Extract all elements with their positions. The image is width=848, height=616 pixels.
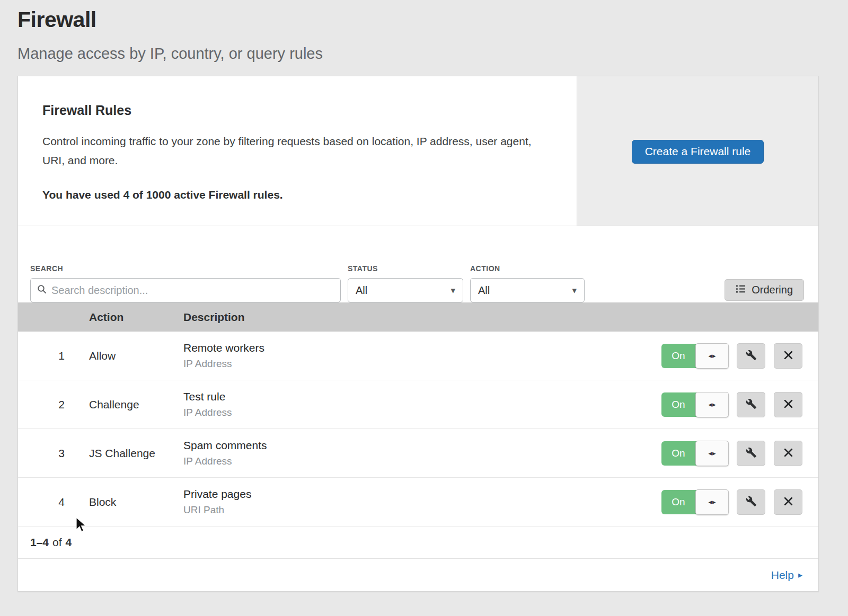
rule-status-toggle[interactable]: On ◂ ▸ xyxy=(661,490,728,514)
rule-field: IP Address xyxy=(183,358,638,370)
search-label: SEARCH xyxy=(30,264,341,273)
rule-status-toggle[interactable]: On ◂ ▸ xyxy=(661,441,728,466)
table-row: 3 JS Challenge Spam comments IP Address … xyxy=(18,429,818,478)
rule-action: Challenge xyxy=(89,398,183,411)
pagination-of-label: of xyxy=(52,536,62,549)
rule-number: 1 xyxy=(18,350,89,362)
rule-action: Block xyxy=(89,496,183,508)
delete-rule-button[interactable] xyxy=(774,441,802,466)
edit-rule-button[interactable] xyxy=(737,489,765,515)
help-row: Help ▸ xyxy=(18,558,818,591)
rule-description-cell: Private pages URI Path xyxy=(183,488,638,516)
rule-description: Spam comments xyxy=(183,439,638,452)
ordering-button[interactable]: Ordering xyxy=(725,279,804,301)
arrow-right-icon: ▸ xyxy=(712,449,716,457)
pagination-range: 1–4 xyxy=(30,536,49,549)
ordering-icon xyxy=(736,284,746,297)
page-subtitle: Manage access by IP, country, or query r… xyxy=(17,45,848,63)
rule-description: Test rule xyxy=(183,390,638,403)
description-column-header: Description xyxy=(183,311,638,324)
help-link[interactable]: Help ▸ xyxy=(771,569,802,582)
rule-controls: On ◂ ▸ xyxy=(638,489,818,515)
intro-text: Firewall Rules Control incoming traffic … xyxy=(18,76,577,226)
status-selected-value: All xyxy=(356,284,367,297)
cta-panel: Create a Firewall rule xyxy=(577,76,818,226)
rule-field: URI Path xyxy=(183,504,638,516)
rule-controls: On ◂ ▸ xyxy=(638,441,818,466)
pagination-total: 4 xyxy=(66,536,72,549)
intro-section: Firewall Rules Control incoming traffic … xyxy=(18,76,818,226)
wrench-icon xyxy=(746,447,757,460)
close-icon xyxy=(784,448,793,459)
delete-rule-button[interactable] xyxy=(774,343,802,369)
table-row: 4 Block Private pages URI Path On ◂ ▸ xyxy=(18,478,818,526)
page-header: Firewall Manage access by IP, country, o… xyxy=(0,0,848,63)
pagination-summary: 1–4 of 4 xyxy=(18,526,818,558)
arrow-right-icon: ▸ xyxy=(712,400,716,408)
rule-status-toggle[interactable]: On ◂ ▸ xyxy=(661,344,728,368)
wrench-icon xyxy=(746,398,757,411)
help-link-label: Help xyxy=(771,569,794,582)
close-icon xyxy=(784,497,793,507)
toggle-drag-handle[interactable]: ◂ ▸ xyxy=(695,489,729,515)
arrow-left-icon: ◂ xyxy=(708,498,712,506)
rule-description: Private pages xyxy=(183,488,638,501)
arrow-left-icon: ◂ xyxy=(708,400,712,408)
arrow-right-icon: ▸ xyxy=(712,498,716,506)
rule-description: Remote workers xyxy=(183,342,638,354)
rule-field: IP Address xyxy=(183,456,638,467)
status-select[interactable]: All ▾ xyxy=(348,278,463,302)
edit-rule-button[interactable] xyxy=(737,343,765,369)
search-filter-group: SEARCH xyxy=(30,264,341,302)
edit-rule-button[interactable] xyxy=(737,392,765,417)
firewall-rules-card: Firewall Rules Control incoming traffic … xyxy=(17,76,819,592)
close-icon xyxy=(784,351,793,361)
rule-description-cell: Remote workers IP Address xyxy=(183,342,638,370)
chevron-down-icon: ▾ xyxy=(572,285,577,296)
toggle-drag-handle[interactable]: ◂ ▸ xyxy=(695,441,729,466)
toggle-on-label: On xyxy=(661,490,695,514)
action-selected-value: All xyxy=(478,284,490,297)
search-input[interactable] xyxy=(51,284,334,297)
action-label: ACTION xyxy=(470,264,585,273)
toggle-drag-handle[interactable]: ◂ ▸ xyxy=(695,392,729,417)
page-title: Firewall xyxy=(17,7,848,32)
create-firewall-rule-button[interactable]: Create a Firewall rule xyxy=(632,140,764,164)
toggle-on-label: On xyxy=(661,441,695,466)
help-arrow-icon: ▸ xyxy=(798,570,802,580)
toggle-on-label: On xyxy=(661,392,695,417)
edit-rule-button[interactable] xyxy=(737,441,765,466)
rule-number: 2 xyxy=(18,398,89,411)
search-box xyxy=(30,278,341,302)
filter-bar: SEARCH STATUS All ▾ ACTION All ▾ xyxy=(18,226,818,302)
status-label: STATUS xyxy=(348,264,463,273)
rule-controls: On ◂ ▸ xyxy=(638,343,818,369)
search-icon xyxy=(37,284,47,296)
section-description: Control incoming traffic to your zone by… xyxy=(42,132,546,169)
rule-field: IP Address xyxy=(183,407,638,418)
action-select[interactable]: All ▾ xyxy=(470,278,585,302)
rule-number: 3 xyxy=(18,447,89,460)
wrench-icon xyxy=(746,350,757,362)
rule-number: 4 xyxy=(18,496,89,508)
toggle-on-label: On xyxy=(661,344,695,368)
table-header-row: Action Description xyxy=(18,302,818,332)
rule-action: JS Challenge xyxy=(89,447,183,460)
rules-table: Action Description 1 Allow Remote worker… xyxy=(18,302,818,526)
rule-description-cell: Test rule IP Address xyxy=(183,390,638,418)
rule-status-toggle[interactable]: On ◂ ▸ xyxy=(661,392,728,417)
delete-rule-button[interactable] xyxy=(774,489,802,515)
arrow-left-icon: ◂ xyxy=(708,352,712,360)
action-filter-group: ACTION All ▾ xyxy=(470,264,585,302)
toggle-drag-handle[interactable]: ◂ ▸ xyxy=(695,343,729,369)
table-row: 2 Challenge Test rule IP Address On ◂ ▸ xyxy=(18,380,818,429)
arrow-left-icon: ◂ xyxy=(708,449,712,457)
arrow-right-icon: ▸ xyxy=(712,352,716,360)
rule-controls: On ◂ ▸ xyxy=(638,392,818,417)
delete-rule-button[interactable] xyxy=(774,392,802,417)
status-filter-group: STATUS All ▾ xyxy=(348,264,463,302)
ordering-button-label: Ordering xyxy=(752,284,793,296)
wrench-icon xyxy=(746,496,757,508)
rule-description-cell: Spam comments IP Address xyxy=(183,439,638,467)
section-heading: Firewall Rules xyxy=(42,103,552,118)
